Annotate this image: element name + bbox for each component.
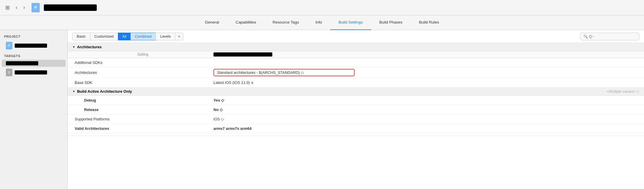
main-layout: PROJECT TARGETS [0, 30, 644, 189]
architectures-section-header: ▼ Architectures [68, 43, 644, 51]
settings-table: ▼ Architectures Setting Additional SDKs … [68, 43, 644, 189]
setting-name-additional-sdks: Additional SDKs [72, 60, 213, 65]
collapse-triangle-icon[interactable]: ▼ [72, 45, 75, 49]
architectures-section-title: Architectures [77, 45, 102, 49]
forward-button[interactable]: › [21, 3, 27, 12]
sidebar-target-2[interactable] [2, 67, 66, 78]
tab-resource-tags[interactable]: Resource Tags [264, 15, 307, 30]
project-section-label: PROJECT [0, 34, 67, 40]
back-button[interactable]: ‹ [14, 3, 19, 12]
filter-customized-button[interactable]: Customized [90, 33, 118, 40]
table-row: Supported Platforms iOS ◇ [68, 115, 644, 124]
value-column-header [213, 52, 639, 57]
tab-general[interactable]: General [197, 15, 227, 30]
filter-basic-button[interactable]: Basic [72, 33, 90, 40]
target-2-icon [6, 69, 12, 76]
table-row: Additional SDKs [68, 58, 644, 67]
column-headers: Setting [68, 51, 644, 58]
setting-name-release: Release [72, 107, 213, 112]
build-active-section-header: ▼ Build Active Architecture Only <Multip… [68, 87, 644, 96]
table-row: Base SDK Latest iOS (iOS 11.0) ∨ [68, 78, 644, 87]
sidebar-target-1[interactable] [2, 60, 66, 67]
setting-name-architectures: Architectures [72, 70, 213, 75]
setting-name-debug: Debug [72, 98, 213, 102]
toolbar: ⊞ ‹ › [0, 0, 644, 15]
tab-capabilities[interactable]: Capabilities [227, 15, 264, 30]
setting-column-header: Setting [72, 52, 213, 57]
tab-info[interactable]: Info [307, 15, 331, 30]
build-active-section-title: Build Active Architecture Only [77, 89, 132, 94]
setting-name-supported-platforms: Supported Platforms [72, 117, 213, 121]
grid-icon-button[interactable]: ⊞ [4, 3, 11, 12]
setting-name-base-sdk: Base SDK [72, 80, 213, 85]
filter-combined-button[interactable]: Combined [130, 33, 156, 40]
setting-value-base-sdk: Latest iOS (iOS 11.0) ∨ [213, 80, 639, 85]
sidebar-project-item[interactable] [2, 40, 66, 51]
tab-build-rules[interactable]: Build Rules [411, 15, 447, 30]
target-1-name-redacted [6, 61, 38, 65]
project-title-redacted [44, 4, 97, 11]
search-input[interactable] [589, 34, 636, 39]
table-row: Release No ◇ [68, 105, 644, 115]
target-2-name-redacted [15, 70, 47, 74]
tab-build-phases[interactable]: Build Phases [371, 15, 411, 30]
architectures-dropdown[interactable]: Standard architectures - $(ARCHS_STANDAR… [213, 69, 355, 76]
filter-levels-button[interactable]: Levels [156, 33, 175, 40]
collapse-triangle-icon-2[interactable]: ▼ [72, 90, 75, 93]
project-name-redacted [15, 44, 47, 48]
svg-rect-1 [7, 44, 11, 48]
tab-bar: General Capabilities Resource Tags Info … [0, 15, 644, 30]
project-icon [6, 42, 12, 49]
filter-all-button[interactable]: All [118, 33, 131, 40]
architectures-value-text: Standard architectures - $(ARCHS_STANDAR… [217, 70, 304, 75]
setting-value-release: No ◇ [213, 107, 639, 112]
value-header-redacted [213, 52, 272, 57]
filter-plus-button[interactable]: + [175, 33, 183, 40]
setting-name-valid-architectures: Valid Architectures [72, 126, 213, 131]
project-file-icon [31, 3, 40, 12]
multiple-values-label: <Multiple values> ◇ [607, 89, 639, 94]
svg-rect-0 [34, 5, 38, 10]
table-row: Architectures Standard architectures - $… [68, 67, 644, 78]
search-icon: 🔍 [583, 34, 588, 39]
table-row: Debug Yes ◇ [68, 96, 644, 105]
setting-value-valid-architectures: armv7 armv7s arm64 [213, 126, 639, 131]
content-area: Basic Customized All Combined Levels + 🔍… [68, 30, 644, 189]
setting-value-supported-platforms: iOS ◇ [213, 117, 639, 121]
setting-value-architectures[interactable]: Standard architectures - $(ARCHS_STANDAR… [213, 69, 639, 76]
filter-bar: Basic Customized All Combined Levels + 🔍 [68, 30, 644, 43]
tab-build-settings[interactable]: Build Settings [330, 15, 371, 30]
section-divider [68, 136, 644, 136]
sidebar: PROJECT TARGETS [0, 30, 68, 189]
targets-section-label: TARGETS [0, 51, 67, 59]
search-container: 🔍 [580, 33, 639, 40]
table-row: Valid Architectures armv7 armv7s arm64 [68, 124, 644, 133]
setting-value-debug: Yes ◇ [213, 98, 639, 102]
